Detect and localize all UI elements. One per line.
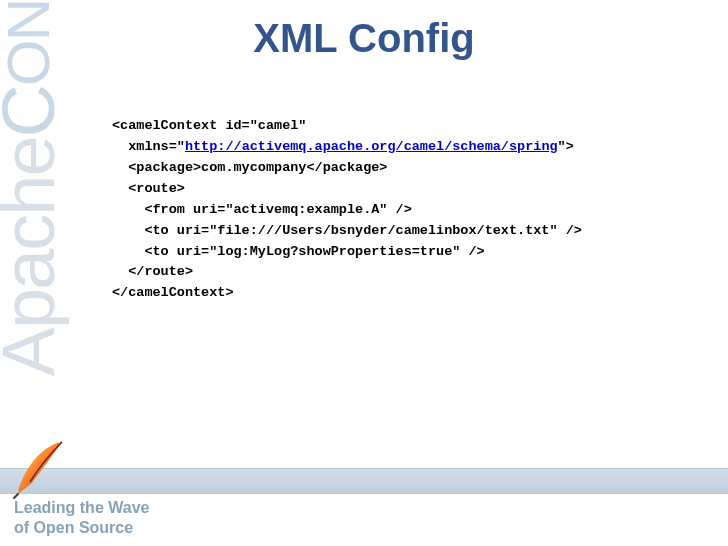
tagline-line2: of Open Source [14,518,149,538]
code-line: "> [558,139,574,154]
footer-tagline: Leading the Wave of Open Source [14,498,149,538]
code-line: <from uri="activemq:example.A" /> [112,202,412,217]
code-line: </route> [112,264,193,279]
tagline-line1: Leading the Wave [14,498,149,518]
code-line: <to uri="file:///Users/bsnyder/camelinbo… [112,223,582,238]
code-line: <camelContext id="camel" [112,118,306,133]
code-line: </camelContext> [112,285,234,300]
schema-url-link[interactable]: http://activemq.apache.org/camel/schema/… [185,139,558,154]
code-line: <route> [112,181,185,196]
brand-text-apache: Apache [0,137,70,376]
xml-code-block: <camelContext id="camel" xmlns="http://a… [112,116,582,304]
code-line: <package>com.mycompany</package> [112,160,387,175]
page-title: XML Config [0,16,728,61]
footer-band [0,468,728,494]
apache-feather-icon [8,436,72,500]
code-line: <to uri="log:MyLog?showProperties=true" … [112,244,485,259]
code-line: xmlns=" [112,139,185,154]
